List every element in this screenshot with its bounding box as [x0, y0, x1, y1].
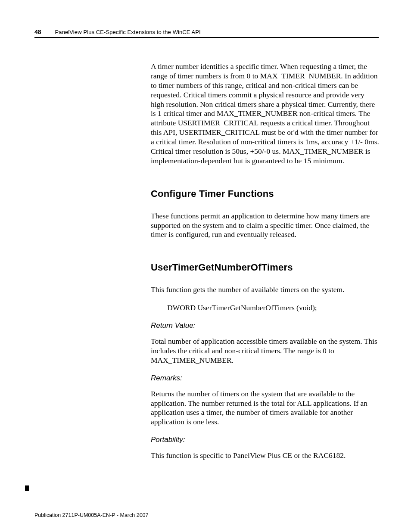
publication-footer: Publication 2711P-UM005A-EN-P - March 20… — [34, 512, 148, 518]
header-title: PanelView Plus CE-Specific Extensions to… — [55, 29, 201, 35]
remarks-text: Returns the number of timers on the syst… — [151, 389, 379, 427]
section-heading-usertimer: UserTimerGetNumberOfTimers — [151, 262, 379, 273]
portability-text: This function is specific to PanelView P… — [151, 451, 379, 460]
return-value-label: Return Value: — [151, 321, 379, 330]
return-value-text: Total number of application accessible t… — [151, 337, 379, 365]
intro-paragraph: A timer number identifies a specific tim… — [151, 62, 379, 166]
remarks-label: Remarks: — [151, 374, 379, 383]
function-signature: DWORD UserTimerGetNumberOfTimers (void); — [167, 303, 379, 313]
change-bar-icon — [25, 485, 29, 491]
function-description: This function gets the number of availab… — [151, 285, 379, 295]
page-number: 48 — [34, 28, 41, 35]
document-page: 48 PanelView Plus CE-Specific Extensions… — [0, 0, 411, 532]
body-column: A timer number identifies a specific tim… — [151, 62, 379, 460]
section-paragraph: These functions permit an application to… — [151, 212, 379, 240]
section-heading-configure: Configure Timer Functions — [151, 188, 379, 199]
page-header: 48 PanelView Plus CE-Specific Extensions… — [34, 28, 379, 38]
portability-label: Portability: — [151, 436, 379, 444]
